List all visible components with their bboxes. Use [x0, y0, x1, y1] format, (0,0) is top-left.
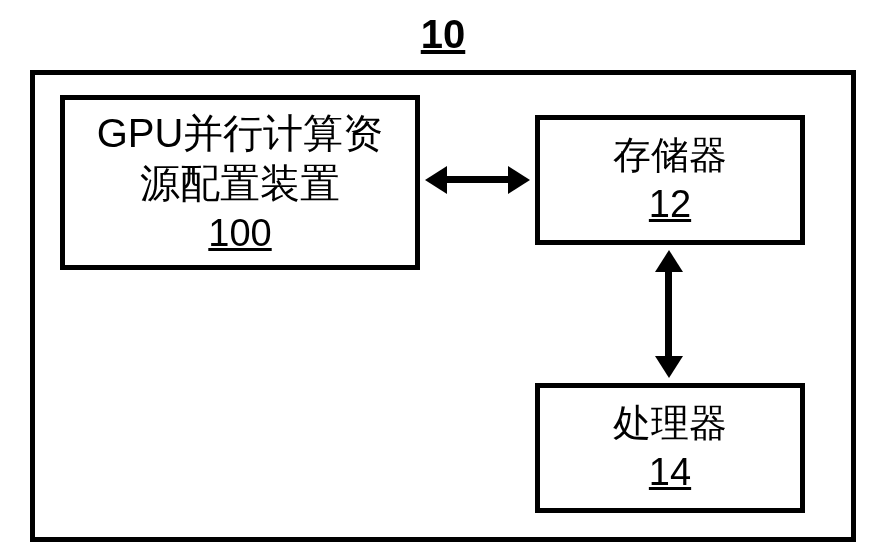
memory-label: 存储器 — [613, 132, 727, 180]
gpu-ref-number: 100 — [208, 210, 271, 258]
memory-ref-number: 12 — [649, 181, 691, 229]
arrow-memory-processor — [665, 270, 672, 358]
outer-container-box: GPU并行计算资 源配置装置 100 存储器 12 处理器 14 — [30, 70, 856, 542]
gpu-config-device-box: GPU并行计算资 源配置装置 100 — [60, 95, 420, 270]
gpu-label-line1: GPU并行计算资 — [97, 108, 384, 158]
arrow-gpu-memory — [445, 176, 510, 183]
gpu-label-line2: 源配置装置 — [140, 158, 340, 208]
processor-box: 处理器 14 — [535, 383, 805, 513]
processor-label: 处理器 — [613, 400, 727, 448]
processor-ref-number: 14 — [649, 449, 691, 497]
memory-box: 存储器 12 — [535, 115, 805, 245]
diagram-canvas: 10 GPU并行计算资 源配置装置 100 存储器 12 处理器 14 — [0, 0, 886, 559]
diagram-title: 10 — [0, 12, 886, 57]
